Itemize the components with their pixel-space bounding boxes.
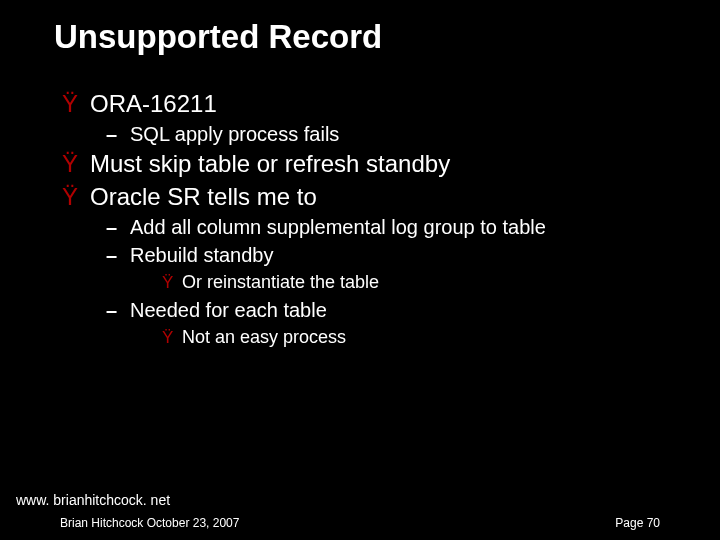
bullet-icon: Ÿ bbox=[162, 326, 182, 351]
bullet-text: Needed for each table bbox=[130, 296, 327, 324]
bullet-text: Must skip table or refresh standby bbox=[90, 148, 450, 180]
bullet-text: ORA-16211 bbox=[90, 88, 217, 120]
dash-icon: – bbox=[106, 241, 130, 269]
bullet-icon: Ÿ bbox=[62, 148, 90, 180]
bullet-text: Not an easy process bbox=[182, 324, 346, 350]
bullet-level3: Ÿ Or reinstantiate the table bbox=[62, 269, 720, 296]
bullet-level2: – Rebuild standby bbox=[62, 241, 720, 269]
slide-footer: www. brianhitchcock. net Brian Hitchcock… bbox=[0, 492, 720, 530]
footer-author-date: Brian Hitchcock October 23, 2007 bbox=[60, 516, 239, 530]
footer-url: www. brianhitchcock. net bbox=[0, 492, 720, 516]
bullet-level3: Ÿ Not an easy process bbox=[62, 324, 720, 351]
bullet-level1: Ÿ Oracle SR tells me to bbox=[62, 181, 720, 213]
bullet-text: Oracle SR tells me to bbox=[90, 181, 317, 213]
dash-icon: – bbox=[106, 296, 130, 324]
bullet-level1: Ÿ Must skip table or refresh standby bbox=[62, 148, 720, 180]
footer-row: Brian Hitchcock October 23, 2007 Page 70 bbox=[0, 516, 720, 530]
bullet-text: Or reinstantiate the table bbox=[182, 269, 379, 295]
slide-content: Ÿ ORA-16211 – SQL apply process fails Ÿ … bbox=[0, 56, 720, 350]
bullet-text: SQL apply process fails bbox=[130, 120, 339, 148]
slide: { "title": "Unsupported Record", "bullet… bbox=[0, 0, 720, 540]
bullet-level2: – SQL apply process fails bbox=[62, 120, 720, 148]
dash-icon: – bbox=[106, 213, 130, 241]
bullet-level1: Ÿ ORA-16211 bbox=[62, 88, 720, 120]
bullet-level2: – Needed for each table bbox=[62, 296, 720, 324]
bullet-level2: – Add all column supplemental log group … bbox=[62, 213, 720, 241]
bullet-text: Add all column supplemental log group to… bbox=[130, 213, 546, 241]
dash-icon: – bbox=[106, 120, 130, 148]
footer-page: Page 70 bbox=[615, 516, 660, 530]
bullet-text: Rebuild standby bbox=[130, 241, 273, 269]
slide-title: Unsupported Record bbox=[0, 0, 720, 56]
bullet-icon: Ÿ bbox=[62, 88, 90, 120]
bullet-icon: Ÿ bbox=[162, 271, 182, 296]
bullet-icon: Ÿ bbox=[62, 181, 90, 213]
